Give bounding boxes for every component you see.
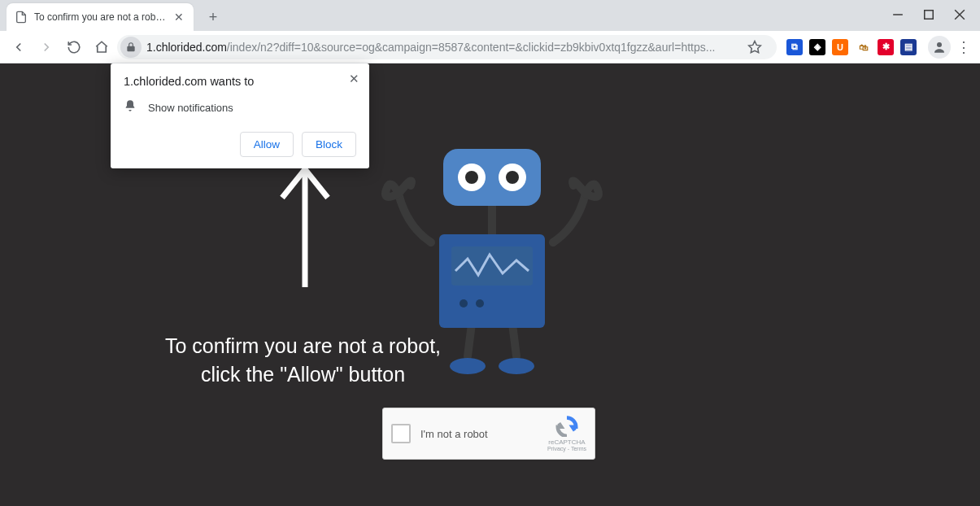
tab-title: To confirm you are not a robot, c bbox=[34, 11, 166, 23]
extension-icon[interactable]: ✱ bbox=[878, 39, 894, 55]
browser-menu-icon[interactable]: ⋮ bbox=[954, 38, 973, 56]
new-tab-button[interactable]: + bbox=[202, 6, 224, 28]
extension-icon[interactable]: ⧉ bbox=[786, 39, 803, 55]
bell-icon bbox=[124, 99, 137, 116]
reload-button[interactable] bbox=[62, 35, 86, 59]
profile-avatar-icon[interactable] bbox=[928, 36, 951, 59]
address-bar[interactable]: 1.chlorided.com/index/n2?diff=10&source=… bbox=[117, 35, 777, 59]
svg-marker-4 bbox=[749, 41, 761, 52]
extension-icon[interactable]: ▤ bbox=[900, 39, 917, 55]
window-controls bbox=[892, 0, 980, 29]
svg-point-5 bbox=[937, 42, 942, 47]
tab-strip: To confirm you are not a robot, c ✕ + bbox=[0, 0, 980, 31]
svg-rect-12 bbox=[451, 246, 533, 286]
site-info-lock-icon[interactable] bbox=[120, 37, 142, 58]
forward-button[interactable] bbox=[34, 35, 59, 59]
svg-point-13 bbox=[460, 299, 468, 308]
home-button[interactable] bbox=[89, 35, 114, 59]
back-button[interactable] bbox=[7, 35, 31, 59]
window-close-icon[interactable] bbox=[954, 9, 965, 20]
extension-icon[interactable]: U bbox=[832, 39, 848, 55]
browser-toolbar: 1.chlorided.com/index/n2?diff=10&source=… bbox=[0, 31, 980, 63]
window-maximize-icon[interactable] bbox=[923, 9, 934, 20]
recaptcha-badge: reCAPTCHA Privacy - Terms bbox=[547, 416, 586, 451]
popup-close-icon[interactable]: ✕ bbox=[349, 72, 359, 86]
url-text: 1.chlorided.com/index/n2?diff=10&source=… bbox=[146, 41, 715, 54]
page-favicon-icon bbox=[15, 11, 28, 24]
block-button[interactable]: Block bbox=[302, 132, 356, 157]
browser-tab[interactable]: To confirm you are not a robot, c ✕ bbox=[7, 3, 194, 31]
headline-line1: To confirm you are not a robot, bbox=[0, 332, 606, 360]
page-headline: To confirm you are not a robot, click th… bbox=[0, 332, 606, 389]
allow-button[interactable]: Allow bbox=[240, 132, 294, 157]
extension-icon[interactable]: ◈ bbox=[809, 39, 825, 55]
svg-point-14 bbox=[476, 299, 484, 308]
window-minimize-icon[interactable] bbox=[892, 9, 904, 20]
tab-close-icon[interactable]: ✕ bbox=[172, 11, 185, 24]
extension-icon[interactable]: 🛍 bbox=[855, 39, 871, 55]
arrow-up-icon bbox=[272, 161, 338, 294]
svg-point-20 bbox=[506, 171, 519, 184]
notification-permission-popup: ✕ 1.chlorided.com wants to Show notifica… bbox=[111, 63, 369, 168]
bookmark-star-icon[interactable] bbox=[743, 35, 767, 59]
headline-line2: click the "Allow" button bbox=[0, 360, 606, 389]
extensions-row: ⧉ ◈ U 🛍 ✱ ▤ bbox=[780, 39, 917, 55]
recaptcha-widget[interactable]: I'm not a robot reCAPTCHA Privacy - Term… bbox=[382, 408, 595, 460]
recaptcha-label: I'm not a robot bbox=[420, 428, 488, 440]
svg-point-18 bbox=[465, 171, 478, 184]
popup-title: 1.chlorided.com wants to bbox=[124, 75, 356, 88]
svg-rect-1 bbox=[925, 11, 934, 20]
recaptcha-checkbox[interactable] bbox=[391, 424, 411, 443]
permission-item-label: Show notifications bbox=[148, 102, 233, 114]
